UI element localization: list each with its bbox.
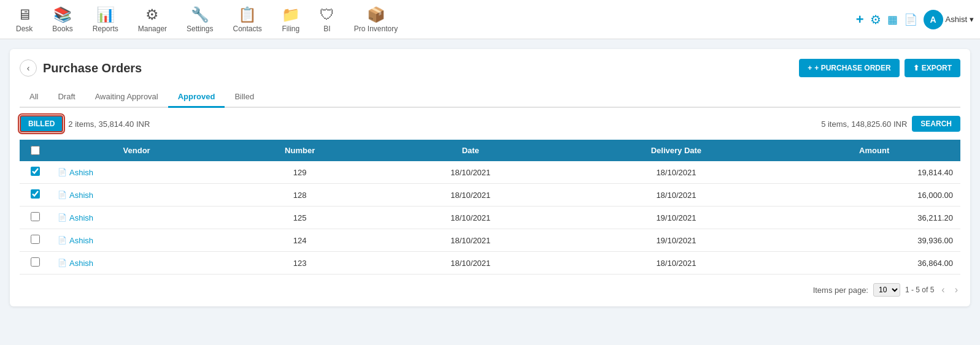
reports-icon: 📊 (96, 6, 115, 23)
th-amount: Amount (788, 140, 960, 161)
nav-right: + ⚙ ▦ 📄 A Ashist ▾ (856, 10, 974, 29)
row-checkbox-cell (20, 184, 50, 207)
row-checkbox-4[interactable] (31, 257, 40, 267)
row-vendor: 📄 Ashish (50, 252, 223, 275)
table-row: 📄 Ashish12418/10/202119/10/202139,936.00 (20, 229, 960, 252)
nav-label-filing: Filing (282, 25, 299, 33)
prev-page-button[interactable]: ‹ (939, 284, 947, 295)
nav-item-contacts[interactable]: 📋 Contacts (223, 1, 271, 38)
nav-item-settings[interactable]: 🔧 Settings (177, 1, 223, 38)
row-date: 18/10/2021 (377, 252, 564, 275)
table-row: 📄 Ashish12818/10/202118/10/202116,000.00 (20, 184, 960, 207)
select-all-checkbox[interactable] (31, 146, 40, 155)
vendor-doc-icon: 📄 (58, 168, 67, 176)
page-header: ‹ Purchase Orders + + PURCHASE ORDER ⬆ E… (20, 59, 960, 77)
row-date: 18/10/2021 (377, 184, 564, 207)
items-per-page-select[interactable]: 10 25 50 (873, 283, 900, 297)
tab-approved[interactable]: Approved (168, 87, 225, 108)
row-number: 125 (223, 207, 377, 229)
export-button[interactable]: ⬆ EXPORT (905, 59, 960, 77)
export-label: EXPORT (922, 64, 952, 72)
vendor-link[interactable]: 📄 Ashish (58, 168, 215, 177)
nav-item-pro-inventory[interactable]: 📦 Pro Inventory (344, 1, 407, 38)
row-amount: 39,936.00 (788, 229, 960, 252)
row-amount: 36,211.20 (788, 207, 960, 229)
nav-item-books[interactable]: 📚 Books (42, 1, 82, 38)
filing-icon: 📁 (282, 6, 300, 23)
purchase-order-label: + PURCHASE ORDER (814, 64, 890, 72)
th-select-all (20, 140, 50, 161)
chevron-down-icon: ▾ (970, 15, 974, 24)
nav-label-desk: Desk (16, 25, 33, 33)
username-label: Ashist (946, 15, 967, 24)
add-icon[interactable]: + (856, 12, 864, 28)
total-items-info: 5 items, 148,825.60 INR (821, 119, 907, 129)
row-checkbox-cell (20, 229, 50, 252)
table-header-row: Vendor Number Date Delivery Date Amount (20, 140, 960, 161)
gear-icon[interactable]: ⚙ (870, 12, 881, 27)
nav-item-reports[interactable]: 📊 Reports (83, 1, 128, 38)
page-range: 1 - 5 of 5 (905, 286, 934, 294)
search-button[interactable]: SEARCH (912, 116, 960, 132)
row-checkbox-3[interactable] (31, 235, 40, 244)
bi-icon: 🛡 (320, 6, 334, 23)
row-delivery-date: 19/10/2021 (565, 207, 789, 229)
tab-all[interactable]: All (20, 87, 48, 108)
vendor-link[interactable]: 📄 Ashish (58, 236, 215, 245)
filter-bar: BILLED 2 items, 35,814.40 INR 5 items, 1… (20, 115, 960, 132)
th-date: Date (377, 140, 564, 161)
row-vendor: 📄 Ashish (50, 207, 223, 229)
vendor-link[interactable]: 📄 Ashish (58, 259, 215, 268)
nav-label-manager: Manager (138, 25, 167, 33)
billed-filter-button[interactable]: BILLED (20, 115, 63, 132)
purchase-order-icon: + (808, 64, 812, 72)
table-row: 📄 Ashish12318/10/202118/10/202136,864.00 (20, 252, 960, 275)
nav-label-pro-inventory: Pro Inventory (354, 25, 398, 33)
row-number: 124 (223, 229, 377, 252)
vendor-doc-icon: 📄 (58, 259, 67, 267)
nav-item-desk[interactable]: 🖥 Desk (6, 1, 42, 38)
nav-item-bi[interactable]: 🛡 BI (310, 1, 344, 38)
row-number: 128 (223, 184, 377, 207)
filter-left: BILLED 2 items, 35,814.40 INR (20, 115, 150, 132)
row-amount: 16,000.00 (788, 184, 960, 207)
vendor-doc-icon: 📄 (58, 236, 67, 245)
row-checkbox-0[interactable] (31, 167, 40, 176)
nav-label-contacts: Contacts (233, 25, 261, 33)
row-vendor: 📄 Ashish (50, 184, 223, 207)
row-delivery-date: 19/10/2021 (565, 229, 789, 252)
manager-icon: ⚙ (145, 6, 159, 23)
nav-item-manager[interactable]: ⚙ Manager (128, 1, 177, 38)
header-actions: + + PURCHASE ORDER ⬆ EXPORT (799, 59, 960, 77)
purchase-order-button[interactable]: + + PURCHASE ORDER (799, 59, 899, 77)
row-delivery-date: 18/10/2021 (565, 184, 789, 207)
nav-label-settings: Settings (187, 25, 213, 33)
vendor-doc-icon: 📄 (58, 191, 67, 199)
row-amount: 36,864.00 (788, 252, 960, 275)
tab-draft[interactable]: Draft (48, 87, 85, 108)
grid-icon[interactable]: ▦ (887, 13, 898, 26)
row-delivery-date: 18/10/2021 (565, 161, 789, 184)
row-checkbox-1[interactable] (31, 189, 40, 199)
pagination: Items per page: 10 25 50 1 - 5 of 5 ‹ › (20, 283, 960, 297)
next-page-button[interactable]: › (952, 284, 960, 295)
back-button[interactable]: ‹ (20, 59, 37, 77)
row-amount: 19,814.40 (788, 161, 960, 184)
row-checkbox-2[interactable] (31, 212, 40, 221)
books-icon: 📚 (53, 6, 72, 23)
nav-item-filing[interactable]: 📁 Filing (272, 1, 310, 38)
th-delivery-date: Delivery Date (565, 140, 789, 161)
user-menu-button[interactable]: A Ashist ▾ (924, 10, 974, 29)
page-header-left: ‹ Purchase Orders (20, 59, 142, 77)
row-date: 18/10/2021 (377, 229, 564, 252)
tab-billed[interactable]: Billed (225, 87, 264, 108)
nav-items: 🖥 Desk 📚 Books 📊 Reports ⚙ Manager 🔧 Set… (6, 1, 856, 38)
vendor-link[interactable]: 📄 Ashish (58, 213, 215, 222)
tab-awaiting-approval[interactable]: Awaiting Approval (85, 87, 168, 108)
vendor-link[interactable]: 📄 Ashish (58, 191, 215, 200)
table-row: 📄 Ashish12518/10/202119/10/202136,211.20 (20, 207, 960, 229)
tabs: All Draft Awaiting Approval Approved Bil… (20, 87, 960, 108)
top-nav: 🖥 Desk 📚 Books 📊 Reports ⚙ Manager 🔧 Set… (0, 0, 980, 39)
doc-icon[interactable]: 📄 (904, 13, 917, 26)
nav-label-bi: BI (323, 25, 330, 33)
